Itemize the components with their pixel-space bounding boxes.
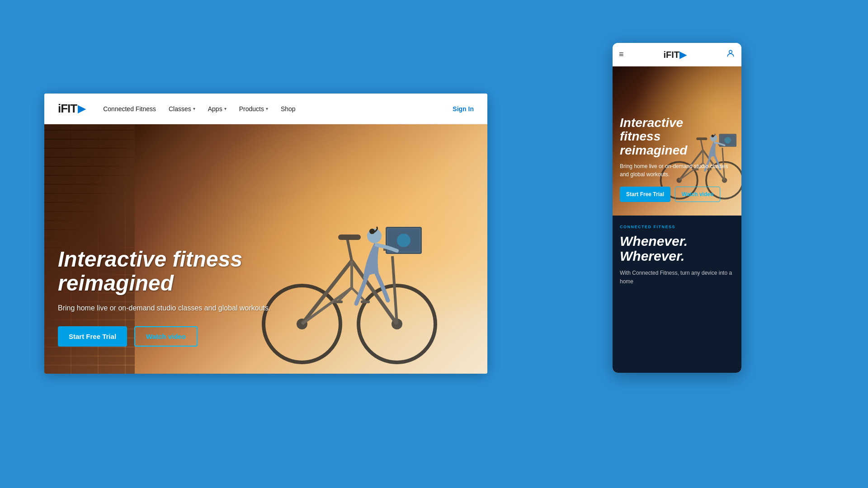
- mobile-connected-fitness-section: CONNECTED FITNESS Whenever. Wherever. Wi…: [613, 216, 741, 373]
- mobile-logo[interactable]: iFIT▶: [663, 49, 686, 60]
- hamburger-menu-icon[interactable]: ≡: [619, 50, 624, 59]
- chevron-down-icon: ▾: [193, 106, 195, 111]
- desktop-logo[interactable]: iFIT▶: [58, 102, 85, 116]
- chevron-down-icon: ▾: [224, 106, 226, 111]
- mobile-section-body: With Connected Fitness, turn any device …: [620, 269, 734, 286]
- sign-in-link[interactable]: Sign In: [453, 105, 474, 113]
- svg-rect-9: [338, 235, 361, 240]
- nav-shop[interactable]: Shop: [281, 105, 296, 113]
- svg-point-21: [369, 229, 375, 234]
- logo-arrow: ▶: [78, 103, 85, 115]
- connected-fitness-tag: CONNECTED FITNESS: [620, 225, 734, 229]
- cyclist-illustration: [243, 148, 451, 374]
- chevron-down-icon: ▾: [266, 106, 268, 111]
- svg-rect-19: [334, 300, 343, 303]
- mobile-navbar: ≡ iFIT▶: [613, 43, 741, 66]
- mobile-hero-title: Interactive fitness reimagined: [620, 116, 734, 158]
- hero-title: Interactive fitness reimagined: [58, 248, 270, 296]
- svg-rect-18: [361, 300, 370, 303]
- desktop-hero: Interactive fitness reimagined Bring hom…: [44, 124, 487, 374]
- watch-video-button[interactable]: Watch video: [134, 326, 198, 347]
- desktop-navbar: iFIT▶ Connected Fitness Classes ▾ Apps ▾…: [44, 94, 487, 124]
- svg-point-22: [729, 50, 732, 53]
- user-account-icon[interactable]: [726, 49, 735, 60]
- nav-apps[interactable]: Apps ▾: [208, 105, 226, 113]
- start-free-trial-button[interactable]: Start Free Trial: [58, 326, 127, 347]
- desktop-nav-links: Connected Fitness Classes ▾ Apps ▾ Produ…: [103, 105, 453, 113]
- nav-products[interactable]: Products ▾: [239, 105, 268, 113]
- nav-classes[interactable]: Classes ▾: [169, 105, 195, 113]
- mobile-hero: Interactive fitness reimagined Bring hom…: [613, 66, 741, 216]
- nav-connected-fitness[interactable]: Connected Fitness: [103, 105, 156, 113]
- svg-line-10: [392, 256, 397, 324]
- logo-text: iFIT: [58, 102, 77, 116]
- mobile-section-title: Whenever. Wherever.: [620, 234, 734, 263]
- mobile-browser-window: ≡ iFIT▶: [613, 43, 741, 373]
- mobile-hero-content: Interactive fitness reimagined Bring hom…: [620, 116, 734, 202]
- mobile-watch-video-button[interactable]: Watch video: [675, 187, 720, 202]
- desktop-browser-window: iFIT▶ Connected Fitness Classes ▾ Apps ▾…: [44, 94, 487, 374]
- hero-buttons: Start Free Trial Watch video: [58, 326, 270, 347]
- hero-content: Interactive fitness reimagined Bring hom…: [58, 248, 270, 347]
- mobile-start-free-trial-button[interactable]: Start Free Trial: [620, 187, 670, 202]
- mobile-hero-subtitle: Bring home live or on-demand studio clas…: [620, 162, 734, 178]
- svg-point-15: [397, 234, 410, 247]
- mobile-hero-buttons: Start Free Trial Watch video: [620, 187, 734, 202]
- hero-subtitle: Bring home live or on-demand studio clas…: [58, 303, 270, 314]
- svg-line-8: [347, 238, 352, 261]
